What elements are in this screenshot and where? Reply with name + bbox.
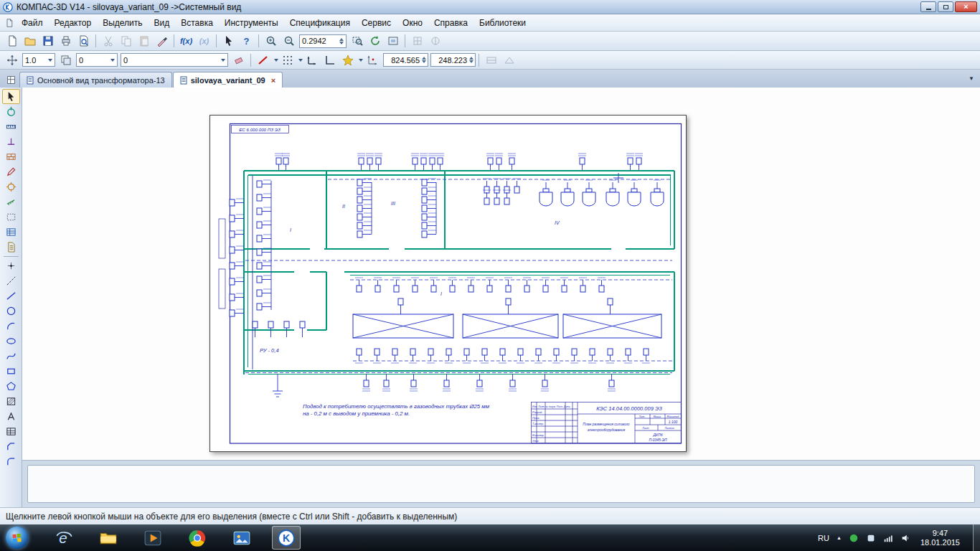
y-coordinate-input[interactable] bbox=[433, 56, 467, 65]
x-coordinate-input[interactable] bbox=[385, 56, 420, 65]
parameterization-panel-button[interactable] bbox=[2, 179, 20, 194]
tab-list-button[interactable] bbox=[2, 72, 19, 88]
hatch-tool-button[interactable] bbox=[2, 394, 20, 409]
paste-button[interactable] bbox=[135, 33, 153, 49]
menu-item-select[interactable]: Выделить bbox=[97, 16, 148, 30]
construction-panel-button[interactable] bbox=[2, 149, 20, 164]
zoom-out-button[interactable] bbox=[280, 33, 298, 49]
select-cursor-button[interactable] bbox=[2, 89, 20, 104]
refresh-view-button[interactable] bbox=[366, 33, 384, 49]
minimize-button[interactable] bbox=[920, 1, 936, 12]
tray-clock[interactable]: 9:47 18.01.2015 bbox=[918, 529, 963, 547]
grid-button[interactable] bbox=[278, 52, 296, 68]
fx-variables-button[interactable]: f(x) bbox=[177, 33, 195, 49]
close-button[interactable]: × bbox=[955, 1, 977, 12]
rectangle-tool-button[interactable] bbox=[2, 364, 20, 379]
select-pointer-button[interactable] bbox=[220, 33, 237, 49]
print-button[interactable] bbox=[57, 33, 75, 49]
chamfer-tool-button[interactable] bbox=[2, 439, 20, 454]
print-preview-button[interactable] bbox=[75, 33, 93, 49]
menu-item-tools[interactable]: Инструменты bbox=[219, 16, 284, 30]
show-all-button[interactable] bbox=[384, 33, 402, 49]
taskbar-chrome-button[interactable] bbox=[183, 526, 212, 550]
geometry-panel-button[interactable] bbox=[2, 104, 20, 119]
drawing-canvas[interactable]: ЕС 6.000.000 ПЗ ЭЗ bbox=[22, 88, 980, 460]
taskbar-explorer-button[interactable] bbox=[94, 526, 123, 550]
editing-panel-button[interactable] bbox=[2, 164, 20, 179]
fillet-tool-button[interactable] bbox=[2, 454, 20, 469]
menu-item-file[interactable]: Файл bbox=[16, 16, 49, 30]
update-tray-icon[interactable] bbox=[866, 533, 876, 543]
room-label-1[interactable]: I bbox=[290, 227, 291, 232]
menu-item-libraries[interactable]: Библиотеки bbox=[473, 16, 532, 30]
menu-item-view[interactable]: Вид bbox=[149, 16, 176, 30]
current-layer-combobox[interactable]: 0 bbox=[76, 53, 118, 67]
taskbar-media-player-button[interactable] bbox=[138, 526, 167, 550]
new-document-button[interactable] bbox=[3, 33, 21, 49]
layers-button[interactable] bbox=[57, 52, 75, 68]
tab-transformer-view[interactable]: Основной вид трансформатора-13 bbox=[19, 72, 172, 88]
designations-panel-button[interactable] bbox=[2, 134, 20, 149]
circle-tool-button[interactable] bbox=[2, 303, 20, 319]
antivirus-tray-icon[interactable] bbox=[849, 533, 859, 543]
maximize-button[interactable] bbox=[938, 1, 953, 12]
text-tool-button[interactable] bbox=[2, 409, 20, 424]
menu-item-editor[interactable]: Редактор bbox=[49, 16, 98, 30]
segment-tool-button[interactable] bbox=[2, 288, 20, 303]
zoom-window-button[interactable] bbox=[348, 33, 366, 49]
room-label-2[interactable]: II bbox=[342, 204, 345, 209]
start-button[interactable] bbox=[6, 527, 28, 549]
tab-silovaya-variant-09[interactable]: silovaya_variant_09 × bbox=[173, 72, 283, 88]
taskbar-ie-button[interactable]: e bbox=[50, 526, 78, 550]
x-coordinate-field[interactable] bbox=[383, 53, 428, 67]
specification-panel-button[interactable] bbox=[2, 225, 20, 240]
zoom-spinner[interactable] bbox=[339, 38, 344, 44]
zoom-in-button[interactable] bbox=[262, 33, 280, 49]
x-spinner[interactable] bbox=[422, 57, 426, 63]
menu-item-service[interactable]: Сервис bbox=[356, 16, 397, 30]
show-desktop-button[interactable] bbox=[973, 524, 980, 551]
selection-panel-button[interactable] bbox=[2, 209, 20, 225]
network-tray-icon[interactable] bbox=[883, 533, 893, 543]
local-csys-button[interactable] bbox=[303, 52, 321, 68]
view-state-combobox[interactable]: 0 bbox=[121, 53, 228, 67]
save-button[interactable] bbox=[39, 33, 57, 49]
menu-item-insert[interactable]: Вставка bbox=[175, 16, 219, 30]
room-label-3[interactable]: III bbox=[391, 201, 395, 206]
document-menu-icon[interactable] bbox=[3, 19, 16, 27]
tab-close-icon[interactable]: × bbox=[271, 76, 275, 85]
y-spinner[interactable] bbox=[469, 57, 473, 63]
line-style-button[interactable] bbox=[254, 52, 272, 68]
misc-state-button-2[interactable] bbox=[500, 52, 518, 68]
spline-tool-button[interactable] bbox=[2, 349, 20, 364]
menu-item-help[interactable]: Справка bbox=[428, 16, 473, 30]
dimensions-panel-button[interactable] bbox=[2, 119, 20, 134]
copy-properties-button[interactable] bbox=[153, 33, 171, 49]
misc-state-button-1[interactable] bbox=[482, 52, 500, 68]
hall-label[interactable]: I bbox=[440, 291, 442, 296]
volume-tray-icon[interactable] bbox=[900, 533, 910, 543]
auxline-tool-button[interactable] bbox=[2, 273, 20, 288]
arc-tool-button[interactable] bbox=[2, 319, 20, 334]
context-help-button[interactable]: ? bbox=[237, 33, 255, 49]
menu-item-specification[interactable]: Спецификация bbox=[284, 16, 356, 30]
misc-tool-button-1[interactable] bbox=[408, 33, 426, 49]
language-indicator[interactable]: RU bbox=[818, 534, 829, 542]
ru-label[interactable]: РУ - 0,4 bbox=[260, 347, 279, 354]
taskbar-kompas-button[interactable]: K bbox=[272, 526, 301, 550]
tray-expand-icon[interactable]: ▲ bbox=[837, 535, 842, 540]
ellipse-tool-button[interactable] bbox=[2, 334, 20, 349]
cursor-step-combobox[interactable]: 1.0 bbox=[22, 53, 55, 67]
polygon-tool-button[interactable] bbox=[2, 379, 20, 394]
point-tool-button[interactable] bbox=[2, 258, 20, 273]
copy-button[interactable] bbox=[117, 33, 135, 49]
table-tool-button[interactable] bbox=[2, 424, 20, 439]
misc-tool-button-2[interactable] bbox=[426, 33, 444, 49]
coords-button[interactable] bbox=[363, 52, 381, 68]
ortho-button[interactable] bbox=[321, 52, 339, 68]
zoom-scale-combobox[interactable]: 0.2942 bbox=[299, 34, 347, 48]
taskbar-image-viewer-button[interactable] bbox=[227, 526, 256, 550]
drawing-sheet[interactable]: ЕС 6.000.000 ПЗ ЭЗ bbox=[209, 115, 687, 452]
cut-button[interactable] bbox=[99, 33, 117, 49]
open-button[interactable] bbox=[21, 33, 39, 49]
